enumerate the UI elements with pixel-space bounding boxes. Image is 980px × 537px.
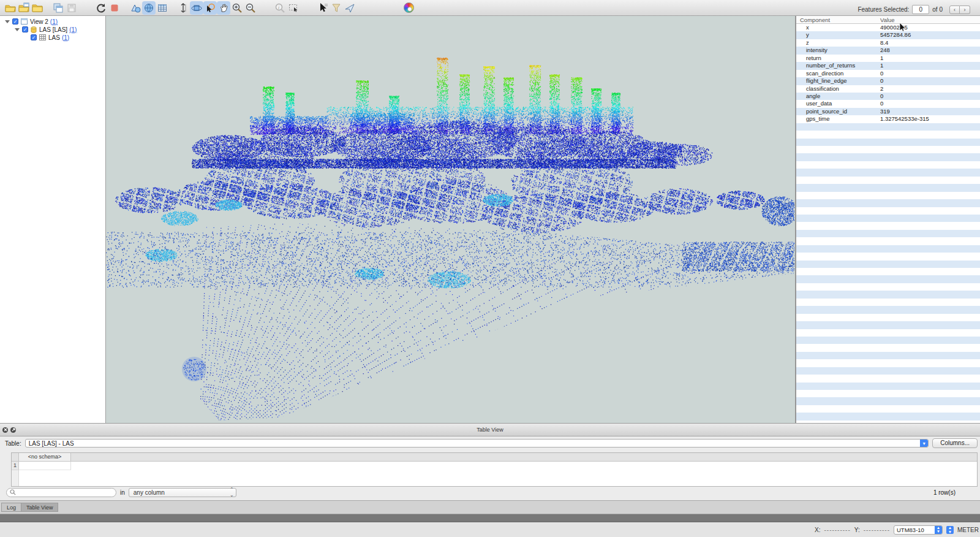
columns-button[interactable]: Columns...: [932, 438, 978, 448]
view2-checkbox[interactable]: ✓: [12, 18, 18, 25]
filter-icon[interactable]: [330, 1, 343, 15]
tree-item-las-dataset[interactable]: ✓ LAS [LAS] (1): [0, 26, 105, 33]
chevron-down-icon[interactable]: ▼: [920, 440, 928, 447]
component-row[interactable]: point_source_id319: [796, 108, 980, 115]
tree-item-las-layer[interactable]: ✓ LAS (1): [0, 34, 105, 41]
add-dataset-icon[interactable]: [17, 1, 31, 15]
row-number[interactable]: 1: [12, 462, 19, 470]
pan-tool-icon[interactable]: [217, 1, 230, 15]
component-row[interactable]: angle0: [796, 93, 980, 100]
svg-text:i: i: [278, 4, 279, 10]
tree-item-label[interactable]: LAS: [48, 34, 60, 41]
tree-item-label[interactable]: View 2: [30, 18, 48, 25]
component-row-empty: [796, 245, 980, 253]
expand-triangle-icon[interactable]: [5, 20, 10, 23]
search-field[interactable]: [6, 488, 116, 497]
open-dataset-icon[interactable]: [4, 1, 17, 15]
coordinate-system-combo[interactable]: UTM83-10 ▲▼: [894, 525, 943, 535]
zoom-extents-icon[interactable]: [287, 1, 300, 15]
copy-view-icon[interactable]: [51, 1, 65, 15]
resize-drag-bar[interactable]: [0, 514, 980, 522]
y-coordinate-label: Y:: [854, 527, 860, 533]
las-dataset-checkbox[interactable]: ✓: [22, 26, 28, 32]
locate-icon[interactable]: [343, 1, 356, 15]
component-row-empty: [796, 352, 980, 359]
geometry-view-icon[interactable]: [129, 1, 142, 15]
search-input[interactable]: [18, 489, 116, 496]
zoom-in-icon[interactable]: [230, 1, 244, 15]
query-tool-icon[interactable]: [316, 1, 330, 15]
value-column-header[interactable]: Value: [880, 16, 980, 23]
component-row[interactable]: intensity248: [796, 47, 980, 54]
tab-log[interactable]: Log: [1, 503, 21, 512]
zoom-info-icon[interactable]: i: [273, 1, 287, 15]
orbit-3d-icon[interactable]: [190, 1, 203, 15]
chevron-down-icon[interactable]: ▲▼: [935, 526, 942, 534]
component-row-empty: [796, 261, 980, 268]
application-window: i Features Selected: 0 of 0 ‹ ›: [0, 0, 980, 537]
tree-item-count-link[interactable]: (1): [50, 18, 58, 25]
component-value: 1: [880, 55, 980, 62]
viewport-3d[interactable]: [106, 16, 795, 423]
main-area: ✓ View 2 (1) ✓ LAS [LAS] (1) ✓: [0, 16, 980, 423]
component-row-empty: [796, 131, 980, 138]
tree-item-view2[interactable]: ✓ View 2 (1): [0, 18, 105, 25]
previous-feature-button[interactable]: ‹: [949, 6, 960, 14]
component-row[interactable]: flight_line_edge0: [796, 77, 980, 85]
component-row-empty: [796, 199, 980, 207]
component-row[interactable]: user_data0: [796, 100, 980, 107]
component-row[interactable]: classification2: [796, 85, 980, 93]
grid-icon: [39, 34, 46, 40]
component-row[interactable]: z8.4: [796, 39, 980, 47]
component-row[interactable]: scan_direction0: [796, 70, 980, 77]
units-combo-arrow-icon[interactable]: ▲▼: [946, 526, 954, 534]
component-row-empty: [796, 314, 980, 321]
table-row[interactable]: 1: [12, 462, 977, 470]
component-row-empty: [796, 139, 980, 146]
table-view-tool-icon[interactable]: [156, 1, 169, 15]
component-row-empty: [796, 161, 980, 169]
open-folder-icon[interactable]: [31, 1, 44, 15]
zoom-out-icon[interactable]: [244, 1, 257, 15]
component-name: z: [796, 39, 880, 47]
stop-icon[interactable]: [108, 1, 121, 15]
component-row[interactable]: return1: [796, 55, 980, 62]
las-layer-checkbox[interactable]: ✓: [31, 34, 37, 40]
component-row[interactable]: x490002.65: [796, 24, 980, 31]
table-grid-empty-area: [12, 470, 977, 486]
features-selected-label: Features Selected:: [858, 6, 909, 13]
table-selector-combo[interactable]: LAS [LAS] - LAS ▼: [25, 439, 929, 448]
save-view-icon[interactable]: [65, 1, 78, 15]
units-label: METER: [957, 527, 979, 533]
component-name: angle: [796, 93, 880, 100]
tree-item-label[interactable]: LAS [LAS]: [39, 26, 67, 33]
expand-triangle-icon[interactable]: [15, 28, 20, 31]
main-toolbar: i Features Selected: 0 of 0 ‹ ›: [0, 0, 980, 16]
component-row[interactable]: y5457284.86: [796, 31, 980, 39]
component-name: y: [796, 31, 880, 39]
component-column-header[interactable]: Component: [796, 16, 880, 23]
component-row-empty: [796, 329, 980, 337]
tab-table-view[interactable]: Table View: [21, 503, 58, 512]
tree-item-count-link[interactable]: (1): [69, 26, 77, 33]
component-row-empty: [796, 291, 980, 298]
select-tool-icon[interactable]: [203, 1, 217, 15]
refresh-icon[interactable]: [94, 1, 108, 15]
component-row-empty: [796, 123, 980, 131]
column-selector-value: any column: [134, 489, 165, 496]
color-wheel-icon[interactable]: [402, 1, 415, 15]
next-feature-button[interactable]: ›: [960, 6, 970, 14]
view-3d-icon[interactable]: [142, 1, 156, 15]
component-row[interactable]: gps_time1.327542533e-315: [796, 115, 980, 123]
component-row-empty: [796, 169, 980, 176]
component-row[interactable]: number_of_returns1: [796, 62, 980, 69]
point-cloud-canvas[interactable]: [106, 16, 794, 423]
component-row-empty: [796, 383, 980, 390]
tree-item-count-link[interactable]: (1): [62, 34, 69, 41]
column-selector-combo[interactable]: any column ⌃⌄: [129, 488, 236, 497]
schema-column-header[interactable]: <no schema>: [19, 453, 71, 461]
component-name: scan_direction: [796, 70, 880, 77]
measure-icon[interactable]: [176, 1, 190, 15]
features-selected-count[interactable]: 0: [912, 5, 929, 14]
table-cell[interactable]: [19, 462, 71, 470]
